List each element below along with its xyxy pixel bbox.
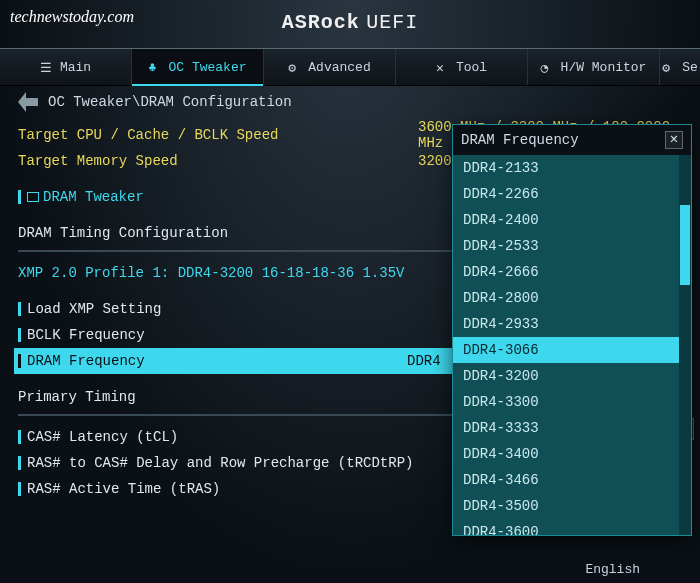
brand-logo: ASRock UEFI <box>282 10 419 34</box>
gear-icon: ⚙ <box>662 60 676 74</box>
list-icon: ☰ <box>40 60 54 74</box>
scrollbar-track[interactable] <box>679 155 691 535</box>
marker-icon <box>18 302 21 316</box>
dropdown-option[interactable]: DDR4-2933 <box>453 311 691 337</box>
dropdown-option[interactable]: DDR4-2533 <box>453 233 691 259</box>
tab-oc-tweaker[interactable]: ♣OC Tweaker <box>132 49 264 85</box>
wrench-icon: ⚙ <box>288 60 302 74</box>
dropdown-option[interactable]: DDR4-2666 <box>453 259 691 285</box>
dropdown-title: DRAM Frequency <box>461 132 579 148</box>
marker-icon <box>18 482 21 496</box>
marker-icon <box>18 354 21 368</box>
tab-security[interactable]: ⚙Se <box>660 49 700 85</box>
watermark-text: technewstoday.com <box>10 8 134 26</box>
dropdown-option[interactable]: DDR4-3466 <box>453 467 691 493</box>
dropdown-option[interactable]: DDR4-3300 <box>453 389 691 415</box>
dropdown-option[interactable]: DDR4-2133 <box>453 155 691 181</box>
marker-icon <box>18 456 21 470</box>
target-memory-label: Target Memory Speed <box>18 153 418 169</box>
marker-icon <box>18 328 21 342</box>
target-cpu-label: Target CPU / Cache / BCLK Speed <box>18 127 418 143</box>
main-tab-bar: ☰Main ♣OC Tweaker ⚙Advanced ✕Tool ◔H/W M… <box>0 48 700 86</box>
marker-icon <box>18 190 21 204</box>
dropdown-list: DDR4-2133DDR4-2266DDR4-2400DDR4-2533DDR4… <box>453 155 691 535</box>
close-icon[interactable]: ✕ <box>665 131 683 149</box>
tools-icon: ✕ <box>436 60 450 74</box>
tab-main[interactable]: ☰Main <box>0 49 132 85</box>
tab-hw-monitor[interactable]: ◔H/W Monitor <box>528 49 660 85</box>
dropdown-option[interactable]: DDR4-3200 <box>453 363 691 389</box>
dropdown-option[interactable]: DDR4-3333 <box>453 415 691 441</box>
flame-icon: ♣ <box>148 60 162 74</box>
dropdown-option[interactable]: DDR4-3600 <box>453 519 691 535</box>
tab-advanced[interactable]: ⚙Advanced <box>264 49 396 85</box>
tab-tool[interactable]: ✕Tool <box>396 49 528 85</box>
dropdown-header: DRAM Frequency ✕ <box>453 125 691 155</box>
dropdown-option[interactable]: DDR4-3066 <box>453 337 691 363</box>
scrollbar-thumb[interactable] <box>680 205 690 285</box>
target-memory-value: 3200 <box>418 153 452 169</box>
dropdown-option[interactable]: DDR4-3400 <box>453 441 691 467</box>
gauge-icon: ◔ <box>541 60 555 74</box>
dropdown-option[interactable]: DDR4-2800 <box>453 285 691 311</box>
marker-icon <box>18 430 21 444</box>
dropdown-option[interactable]: DDR4-3500 <box>453 493 691 519</box>
breadcrumb: OC Tweaker\DRAM Configuration <box>18 92 692 112</box>
back-arrow-icon[interactable] <box>18 92 38 112</box>
breadcrumb-text: OC Tweaker\DRAM Configuration <box>48 94 292 110</box>
dram-frequency-dropdown: DRAM Frequency ✕ DDR4-2133DDR4-2266DDR4-… <box>452 124 692 536</box>
dropdown-option[interactable]: DDR4-2400 <box>453 207 691 233</box>
dropdown-option[interactable]: DDR4-2266 <box>453 181 691 207</box>
language-selector[interactable]: English <box>585 562 640 577</box>
chip-icon <box>27 192 39 202</box>
